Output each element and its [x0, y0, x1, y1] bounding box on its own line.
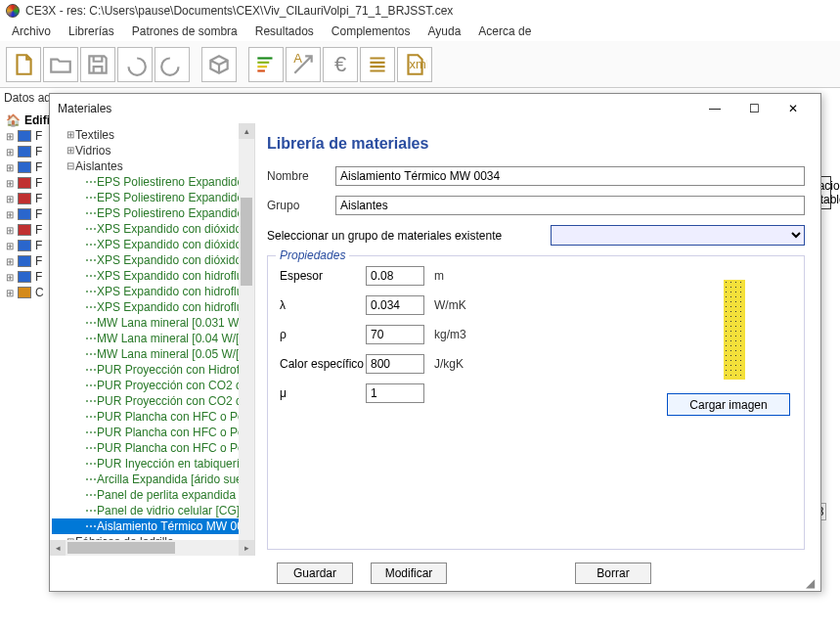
tree-item-9[interactable]: ⋯ MW Lana mineral [0.031 W/[m — [52, 315, 239, 331]
open-icon[interactable] — [43, 47, 78, 82]
input-nombre[interactable] — [335, 166, 805, 186]
tree-label: PUR Proyección con CO2 celda — [97, 393, 239, 409]
tree-cat-textiles[interactable]: ⊞Textiles — [52, 127, 239, 143]
save-icon[interactable] — [80, 47, 115, 82]
tree-item-2[interactable]: ⋯ EPS Poliestireno Expandido [ 0 — [52, 205, 239, 221]
menu-archivo[interactable]: Archivo — [4, 22, 59, 40]
dialog-titlebar[interactable]: Materiales — ☐ ✕ — [50, 94, 820, 123]
expand-icon[interactable]: ⊞ — [6, 194, 14, 204]
item-label: C — [35, 286, 44, 299]
expand-icon[interactable]: ⊞ — [6, 209, 14, 220]
sidebar-item-3[interactable]: ⊞F — [6, 176, 53, 190]
expand-icon[interactable]: ⊞ — [66, 127, 75, 143]
expand-icon[interactable]: ⊞ — [6, 131, 14, 142]
tree-item-16[interactable]: ⋯ PUR Plancha con HFC o Penta — [52, 425, 239, 440]
tree-item-12[interactable]: ⋯ PUR Proyección con Hidrofluor — [52, 362, 239, 378]
arrow-a-icon[interactable]: A — [286, 47, 321, 82]
tree-item-14[interactable]: ⋯ PUR Proyección con CO2 celda — [52, 393, 239, 409]
input-calor[interactable] — [366, 354, 424, 374]
expand-icon[interactable]: ⊞ — [6, 147, 14, 158]
hscroll-thumb[interactable] — [67, 542, 175, 554]
menu-acerca[interactable]: Acerca de — [470, 22, 539, 40]
tree-item-21[interactable]: ⋯ Panel de vidrio celular [CG] — [52, 503, 239, 518]
tree-item-10[interactable]: ⋯ MW Lana mineral [0.04 W/[mK — [52, 331, 239, 346]
sidebar-item-4[interactable]: ⊞F — [6, 192, 53, 205]
tree-item-19[interactable]: ⋯ Arcilla Expandida [árido suelto — [52, 472, 239, 487]
tree-item-3[interactable]: ⋯ XPS Expandido con dióxido de — [52, 221, 239, 237]
sidebar-item-10[interactable]: ⊞C — [6, 286, 53, 299]
sidebar-item-9[interactable]: ⊞F — [6, 270, 53, 284]
redo-icon[interactable] — [155, 47, 190, 82]
input-mu[interactable] — [366, 383, 424, 403]
scroll-left-icon[interactable]: ◂ — [50, 540, 66, 556]
tree-item-5[interactable]: ⋯ XPS Expandido con dióxido de — [52, 252, 239, 268]
tree-cat-aislantes[interactable]: ⊟Aislantes — [52, 158, 239, 174]
sidebar-item-0[interactable]: ⊞F — [6, 129, 53, 143]
tree-item-13[interactable]: ⋯ PUR Proyección con CO2 celda — [52, 378, 239, 393]
minimize-icon[interactable]: — — [695, 95, 734, 122]
xml-icon[interactable]: xml — [397, 47, 432, 82]
expand-icon[interactable]: ⊞ — [66, 143, 75, 158]
maximize-icon[interactable]: ☐ — [734, 95, 774, 122]
modificar-button[interactable]: Modificar — [371, 562, 447, 584]
tree-item-6[interactable]: ⋯ XPS Expandido con hidrofluorc — [52, 268, 239, 284]
menu-resultados[interactable]: Resultados — [247, 22, 322, 40]
euro-icon[interactable]: € — [323, 47, 358, 82]
tree-item-4[interactable]: ⋯ XPS Expandido con dióxido de — [52, 237, 239, 252]
expand-icon[interactable]: ⊞ — [6, 256, 14, 267]
input-rho[interactable] — [366, 325, 424, 344]
tree-cat-vidrios[interactable]: ⊞Vidrios — [52, 143, 239, 158]
scroll-right-icon[interactable]: ▸ — [239, 540, 254, 556]
expand-icon[interactable]: ⊞ — [6, 241, 14, 251]
tree-item-18[interactable]: ⋯ PUR Inyección en tabiquería co — [52, 456, 239, 472]
menu-complementos[interactable]: Complementos — [324, 22, 419, 40]
tree-item-20[interactable]: ⋯ Panel de perlita expandida [EI — [52, 487, 239, 503]
expand-icon[interactable]: ⊞ — [6, 162, 14, 173]
menu-ayuda[interactable]: Ayuda — [420, 22, 469, 40]
menu-librerias[interactable]: Librerías — [61, 22, 122, 40]
tree-item-22[interactable]: ⋯ Aislamiento Térmico MW 0034 — [52, 518, 239, 534]
tree-item-7[interactable]: ⋯ XPS Expandido con hidrofluorc — [52, 284, 239, 299]
expand-icon[interactable]: ⊞ — [6, 178, 14, 189]
tree-root[interactable]: Edifi — [24, 113, 50, 127]
tree-item-17[interactable]: ⋯ PUR Plancha con HFC o Penta — [52, 440, 239, 456]
sidebar-item-2[interactable]: ⊞F — [6, 160, 53, 174]
collapse-icon[interactable]: ⊟ — [66, 158, 75, 174]
sidebar-item-6[interactable]: ⊞F — [6, 223, 53, 237]
tree-label: PUR Plancha con HFC o Penta — [97, 440, 239, 456]
tree-item-0[interactable]: ⋯ EPS Poliestireno Expandido [ 0 — [52, 174, 239, 190]
input-espesor[interactable] — [366, 266, 424, 286]
tree-label: Panel de perlita expandida [EI — [97, 487, 239, 503]
input-grupo[interactable] — [335, 196, 805, 215]
close-icon[interactable]: ✕ — [774, 95, 813, 122]
lines-icon[interactable] — [360, 47, 395, 82]
material-preview-icon — [724, 280, 745, 380]
menu-patrones[interactable]: Patrones de sombra — [124, 22, 245, 40]
sidebar-item-5[interactable]: ⊞F — [6, 207, 53, 221]
tree-item-1[interactable]: ⋯ EPS Poliestireno Expandido [ 0 — [52, 190, 239, 205]
sidebar-item-7[interactable]: ⊞F — [6, 239, 53, 252]
scroll-thumb[interactable] — [241, 198, 252, 286]
guardar-button[interactable]: Guardar — [277, 562, 353, 584]
tree-item-8[interactable]: ⋯ XPS Expandido con hidrofluorc — [52, 299, 239, 315]
cargar-imagen-button[interactable]: Cargar imagen — [667, 393, 790, 416]
energy-label-icon[interactable] — [248, 47, 284, 82]
tree-item-11[interactable]: ⋯ MW Lana mineral [0.05 W/[mK — [52, 346, 239, 362]
undo-icon[interactable] — [117, 47, 153, 82]
tree-hscrollbar[interactable]: ◂▸ — [50, 540, 254, 556]
borrar-button[interactable]: Borrar — [575, 562, 651, 584]
tree-scrollbar[interactable]: ▴ ▾ — [239, 123, 254, 556]
select-group[interactable] — [551, 225, 805, 246]
expand-icon[interactable]: ⊞ — [6, 225, 14, 236]
expand-icon[interactable]: ⊞ — [6, 288, 14, 298]
resize-grip-icon[interactable]: ◢ — [806, 576, 818, 588]
sidebar-item-8[interactable]: ⊞F — [6, 254, 53, 268]
side-tab-label[interactable]: Datos ad — [4, 91, 51, 105]
expand-icon[interactable]: ⊞ — [6, 272, 14, 283]
sidebar-item-1[interactable]: ⊞F — [6, 145, 53, 158]
cube-icon[interactable] — [201, 47, 237, 82]
tree-item-15[interactable]: ⋯ PUR Plancha con HFC o Pentar — [52, 409, 239, 425]
scroll-up-icon[interactable]: ▴ — [239, 123, 254, 139]
input-lambda[interactable] — [366, 295, 424, 315]
new-doc-icon[interactable] — [6, 47, 41, 82]
